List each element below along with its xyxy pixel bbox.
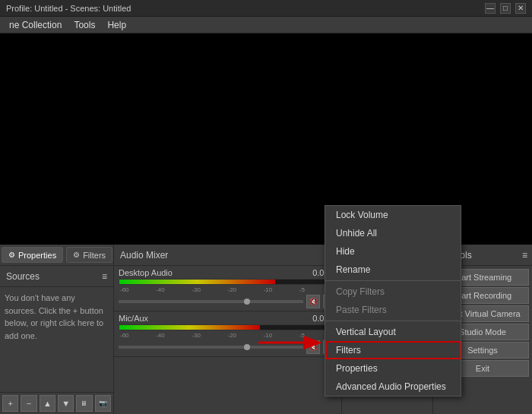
audio-panel: Audio Mixer ≡ Desktop Audio 0.0 dB -60 -…: [114, 245, 342, 414]
source-camera-button[interactable]: 📷: [95, 395, 111, 412]
red-arrow-indicator: [258, 331, 327, 354]
title-bar: Profile: Untitled - Scenes: Untitled — □…: [0, 0, 532, 17]
context-menu: Lock Volume Unhide All Hide Rename Copy …: [325, 205, 461, 397]
desktop-volume-thumb[interactable]: [244, 299, 250, 305]
channel-mic-header: Mic/Aux 0.0 dB: [119, 314, 337, 323]
add-source-button[interactable]: +: [2, 395, 18, 412]
ctx-paste-filters: Paste Filters: [325, 301, 461, 319]
remove-source-button[interactable]: −: [21, 395, 36, 412]
menu-bar: ne Collection Tools Help: [0, 17, 532, 33]
source-up-button[interactable]: ▲: [40, 395, 55, 412]
ctx-copy-filters: Copy Filters: [325, 283, 461, 301]
tab-filters[interactable]: ⚙ Filters: [66, 247, 112, 263]
ctx-unhide-all[interactable]: Unhide All: [325, 224, 461, 242]
window-title: Profile: Untitled - Scenes: Untitled: [6, 4, 131, 13]
menu-item-help[interactable]: Help: [101, 18, 132, 32]
audio-mixer-header: Audio Mixer ≡: [114, 245, 341, 266]
mic-meter-fill: [119, 325, 260, 330]
ctx-properties[interactable]: Properties: [325, 359, 461, 378]
title-bar-controls: — □ ✕: [485, 3, 526, 14]
channel-desktop-header: Desktop Audio 0.0 dB: [119, 268, 337, 277]
desktop-volume-slider[interactable]: [119, 300, 303, 303]
minimize-button[interactable]: —: [485, 3, 496, 14]
menu-item-tools[interactable]: Tools: [68, 18, 101, 32]
tab-properties-label: Properties: [18, 251, 56, 260]
desktop-mute-button[interactable]: 🔇: [306, 295, 320, 308]
mic-meter-bar: [119, 324, 337, 330]
ctx-divider-1: [325, 280, 461, 281]
close-button[interactable]: ✕: [515, 3, 526, 14]
channel-mic-name: Mic/Aux: [119, 314, 148, 323]
desktop-meter-fill: [119, 280, 275, 284]
ctx-divider-2: [325, 321, 461, 321]
audio-mixer-label: Audio Mixer: [120, 250, 168, 261]
filters-icon: ⚙: [73, 251, 80, 259]
controls-menu-icon: ≡: [522, 250, 527, 261]
desktop-meter-bar: [119, 279, 337, 285]
tab-properties[interactable]: ⚙ Properties: [2, 247, 63, 263]
sources-panel: ⚙ Properties ⚙ Filters Sources ≡ You don…: [0, 245, 114, 414]
channel-desktop-name: Desktop Audio: [119, 268, 173, 277]
sources-toolbar: + − ▲ ▼ 🖥 📷: [0, 392, 113, 414]
desktop-channel-controls: 🔇 ⚙: [119, 295, 337, 308]
tabs-bar: ⚙ Properties ⚙ Filters: [0, 245, 113, 266]
sources-empty-text: You don't have any sources. Click the + …: [0, 287, 113, 392]
properties-icon: ⚙: [8, 251, 15, 259]
tab-filters-label: Filters: [83, 251, 106, 260]
sources-header-label: Sources: [6, 271, 40, 282]
source-down-button[interactable]: ▼: [58, 395, 74, 412]
channel-desktop-audio: Desktop Audio 0.0 dB -60 -40 -30 -20 -10…: [114, 266, 341, 311]
menu-item-collection[interactable]: ne Collection: [3, 18, 68, 32]
source-lock-button[interactable]: 🖥: [76, 395, 92, 412]
sources-header-bar: Sources ≡: [0, 266, 113, 287]
ctx-vertical-layout[interactable]: Vertical Layout: [325, 323, 461, 341]
mic-volume-thumb[interactable]: [244, 344, 250, 350]
desktop-meter-scale: -60 -40 -30 -20 -10 -5 0: [119, 286, 337, 293]
maximize-button[interactable]: □: [500, 3, 511, 14]
ctx-filters[interactable]: Filters: [325, 341, 461, 359]
ctx-advanced-audio[interactable]: Advanced Audio Properties: [325, 378, 461, 396]
ctx-rename[interactable]: Rename: [325, 261, 461, 279]
ctx-hide[interactable]: Hide: [325, 242, 461, 261]
ctx-lock-volume[interactable]: Lock Volume: [325, 206, 461, 224]
sources-menu-icon: ≡: [102, 271, 107, 282]
